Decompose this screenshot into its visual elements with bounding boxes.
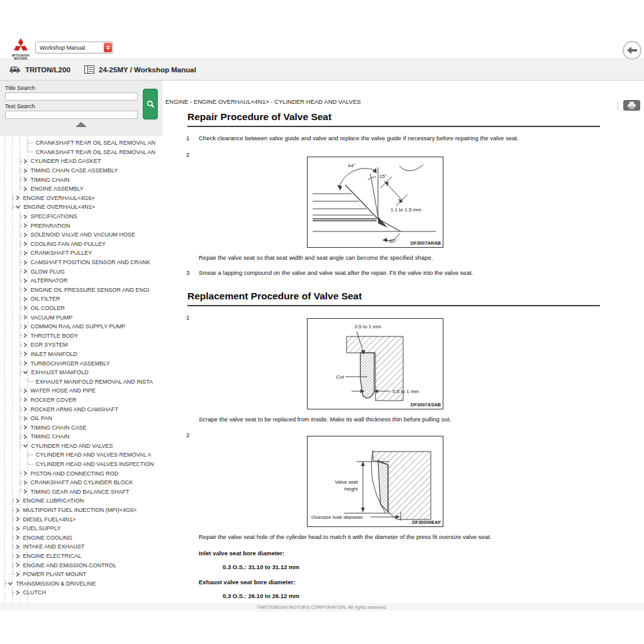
- tree-item[interactable]: ├TIMING CHAIN: [0, 175, 162, 184]
- tree-item[interactable]: ├COOLING FAN AND PULLEY: [0, 240, 162, 249]
- tree-item[interactable]: ├TRANSMISSION & DRIVELINE: [0, 579, 162, 589]
- step-text: Check clearance between valve guide and …: [199, 135, 519, 143]
- chevron-right-icon: [23, 397, 28, 402]
- step: 3 Smear a lapping compound on the valve …: [186, 269, 604, 277]
- step: 1 Check clearance between valve guide an…: [186, 135, 604, 143]
- tree-item[interactable]: ├OIL COOLER: [0, 304, 162, 313]
- tree-item[interactable]: ├FUEL SUPPLY: [0, 524, 162, 533]
- tree-item-label: CYLINDER HEAD GASKET: [30, 158, 101, 164]
- tree-item-label: SPECIFICATIONS: [30, 213, 77, 219]
- tree-item[interactable]: ├TIMING CHAIN: [0, 432, 162, 441]
- tree-item[interactable]: ├ENGINE AND EMISSION CONTROL: [0, 560, 162, 570]
- fig1-seat-width: 1.1 to 1.5 mm: [391, 207, 421, 213]
- tree-item-label: COOLING FAN AND PULLEY: [30, 241, 106, 247]
- tree-connector: ├: [11, 562, 14, 568]
- copyright-text: ©MITSUBISHI MOTORS CORPORATION. All righ…: [257, 604, 387, 610]
- tree-item[interactable]: ├CLUTCH: [0, 588, 162, 597]
- car-icon: [9, 65, 21, 74]
- chevron-down-icon: [8, 581, 13, 586]
- tree-item[interactable]: ├SPECIFICATIONS: [0, 212, 162, 221]
- tree-item[interactable]: ├ENGINE OVERHAUL<4N1>: [0, 203, 162, 212]
- tree-connector: ├: [18, 425, 22, 430]
- print-button[interactable]: [623, 100, 640, 111]
- tree-item[interactable]: └ENGINE ASSEMBLY: [0, 184, 162, 194]
- tree-item[interactable]: ├VACUUM PUMP: [0, 313, 162, 322]
- tree-item[interactable]: ├SOLENOID VALVE AND VACUUM HOSE: [0, 230, 162, 240]
- back-arrow-icon: [627, 47, 637, 54]
- tree-item[interactable]: ├DIESEL FUEL<4N1>: [0, 514, 162, 524]
- tree-item[interactable]: ├OIL FILTER: [0, 294, 162, 304]
- tree-item[interactable]: ├COMMON RAIL AND SUPPLY PUMP: [0, 322, 162, 331]
- title-search-input[interactable]: [5, 92, 138, 101]
- tree-item[interactable]: ├CRANKSHAFT PULLEY: [0, 248, 162, 258]
- leaf-dash-icon: ─: [30, 379, 33, 384]
- search-panel: Title Search Text Search: [0, 80, 162, 136]
- app-header: MITSUBISHI MOTORS Workshop Manual: [0, 36, 644, 59]
- navigation-tree: ├─CRANKSHAFT REAR OIL SEAL REMOVAL AN└─C…: [0, 136, 162, 603]
- tree-item[interactable]: ├ENGINE ELECTRICAL: [0, 552, 162, 561]
- fig1-angle-mid: 15°: [379, 174, 387, 179]
- chevron-right-icon: [23, 158, 28, 164]
- manual-title: 24-25MY / Workshop Manual: [99, 66, 196, 74]
- tree-item-label: ROCKER COVER: [30, 397, 76, 403]
- tree-connector: ├: [18, 250, 22, 256]
- tree-item[interactable]: ├TIMING CHAIN CASE: [0, 423, 162, 432]
- tree-item[interactable]: ├PISTON AND CONNECTING ROD: [0, 469, 162, 478]
- tree-item[interactable]: ├THROTTLE BODY: [0, 331, 162, 340]
- chevron-right-icon: [15, 498, 20, 504]
- title-search-label: Title Search: [5, 85, 162, 91]
- tree-item[interactable]: ├EXHAUST MANIFOLD: [0, 368, 162, 377]
- back-button[interactable]: [623, 41, 641, 60]
- tree-item[interactable]: ├ALTERNATOR: [0, 276, 162, 286]
- tree-item[interactable]: ├CYLINDER HEAD AND VALVES: [0, 441, 162, 451]
- tree-item[interactable]: ├EGR SYSTEM: [0, 340, 162, 350]
- figure-valve-seat-angles: 44° 15° 1.1 to 1.5 mm 60° DF3007ARAB: [307, 157, 443, 248]
- tree-item[interactable]: ├ENGINE OIL PRESSURE SENSOR AND ENGI: [0, 286, 162, 295]
- tree-item[interactable]: ├OIL PAN: [0, 414, 162, 423]
- tree-item[interactable]: ├PREPARATION: [0, 221, 162, 230]
- tree-item[interactable]: ├INLET MANIFOLD: [0, 350, 162, 359]
- chevron-right-icon: [23, 470, 28, 476]
- tree-item[interactable]: ├TIMING CHAIN CASE ASSEMBLY: [0, 166, 162, 175]
- tree-item[interactable]: ├ROCKER COVER: [0, 396, 162, 405]
- leaf-dash-icon: ─: [30, 462, 33, 467]
- tree-item[interactable]: ├ENGINE OVERHAUL<4G6>: [0, 194, 162, 203]
- manual-select[interactable]: Workshop Manual: [35, 42, 113, 53]
- tree-item[interactable]: ├ROCKER ARMS AND CAMSHAFT: [0, 404, 162, 414]
- tree-connector: ├: [18, 168, 22, 174]
- sidebar-collapse-toggle[interactable]: [75, 122, 87, 127]
- tree-item[interactable]: └─CRANKSHAFT REAR OIL SEAL REMOVAL AN: [0, 148, 162, 157]
- tree-connector: ├: [18, 434, 22, 440]
- tree-item-label: TIMING CHAIN: [30, 177, 69, 183]
- search-button[interactable]: [143, 89, 158, 119]
- model-name: TRITON/L200: [25, 66, 70, 74]
- tree-item[interactable]: └TIMING GEAR AND BALANCE SHAFT: [0, 487, 162, 497]
- tree-item[interactable]: ├MULTIPOINT FUEL INJECTION (MPI)<4G6>: [0, 506, 162, 515]
- tree-item[interactable]: ├ENGINE LUBRICATION: [0, 496, 162, 506]
- tree-item[interactable]: ├ENGINE COOLING: [0, 533, 162, 543]
- chevron-right-icon: [23, 388, 28, 394]
- fig3-height-label1: Valve seat: [335, 479, 358, 485]
- text-search-input[interactable]: [5, 111, 138, 119]
- fig3-height-label2: height: [344, 486, 358, 492]
- tree-item[interactable]: └─EXHAUST MANIFOLD REMOVAL AND INSTA: [0, 377, 162, 386]
- tree-item[interactable]: ├CAMSHAFT POSITION SENSOR AND CRANK: [0, 258, 162, 267]
- tree-connector: ├: [18, 470, 22, 476]
- tree-item-label: WATER HOSE AND PIPE: [30, 387, 96, 394]
- tree-item[interactable]: ├─CYLINDER HEAD AND VALVES REMOVAL A: [0, 450, 162, 460]
- tree-item[interactable]: ├─CRANKSHAFT REAR OIL SEAL REMOVAL AN: [0, 138, 162, 148]
- tree-item[interactable]: ├TURBOCHARGER ASSEMBLY: [0, 358, 162, 368]
- leaf-dash-icon: ─: [30, 149, 33, 155]
- chevron-right-icon: [15, 544, 20, 550]
- tree-item[interactable]: └─CYLINDER HEAD AND VALVES INSPECTION: [0, 460, 162, 469]
- tree-item[interactable]: └POWER PLANT MOUNT: [0, 570, 162, 579]
- tree-item[interactable]: ├WATER HOSE AND PIPE: [0, 386, 162, 396]
- step-number: 1: [186, 314, 191, 322]
- tree-connector: ├: [18, 351, 22, 357]
- tree-item[interactable]: ├GLOW PLUG: [0, 267, 162, 276]
- tree-item[interactable]: ├CRANKSHAFT AND CYLINDER BLOCK: [0, 478, 162, 487]
- tree-connector: ├: [18, 443, 22, 448]
- tree-item[interactable]: ├INTAKE AND EXHAUST: [0, 542, 162, 552]
- step-note: Scrape the valve seat to be replaced fro…: [199, 416, 604, 424]
- tree-item[interactable]: ├CYLINDER HEAD GASKET: [0, 157, 162, 166]
